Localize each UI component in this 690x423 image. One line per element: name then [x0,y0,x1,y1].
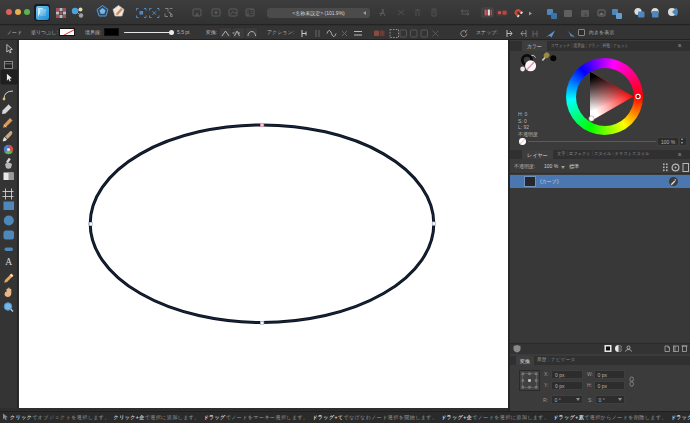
svg-text:A: A [5,257,12,267]
